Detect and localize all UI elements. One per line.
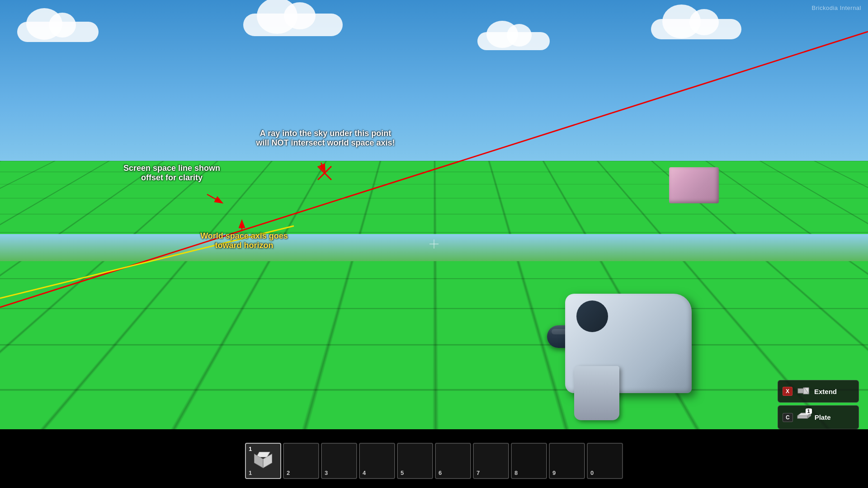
- gun-handle: [574, 366, 619, 420]
- hotbar-slot-1[interactable]: 1 1: [245, 443, 281, 479]
- slot-7-number: 7: [476, 469, 480, 476]
- cloud-4: [651, 19, 741, 39]
- extend-icon: [796, 384, 811, 399]
- hotbar-slot-0[interactable]: 0: [587, 443, 623, 479]
- extend-label: Extend: [814, 388, 837, 395]
- crosshair: [429, 239, 439, 249]
- hotbar-slot-6[interactable]: 6: [435, 443, 471, 479]
- cloud-2: [243, 14, 343, 36]
- slot-1-number: 1: [249, 469, 252, 476]
- corner-ui-panel: X Extend C 1 Plate: [778, 380, 859, 429]
- slot-1-count: 1: [249, 446, 252, 452]
- extend-key-badge: X: [783, 387, 793, 396]
- slot-4-number: 4: [363, 469, 366, 476]
- slot-6-number: 6: [439, 469, 442, 476]
- slot-9-number: 9: [552, 469, 556, 476]
- ground-grid: [0, 161, 868, 429]
- hotbar-slot-4[interactable]: 4: [359, 443, 395, 479]
- block-preview: [669, 167, 719, 203]
- ground: [0, 161, 868, 429]
- hotbar: 1 1 2 3 4 5 6 7 8: [245, 443, 623, 479]
- hotbar-slot-2[interactable]: 2: [283, 443, 319, 479]
- hotbar-slot-3[interactable]: 3: [321, 443, 357, 479]
- slot-1-item-cube: [254, 452, 272, 470]
- extend-button[interactable]: X Extend: [778, 380, 859, 403]
- svg-rect-10: [797, 416, 807, 418]
- slot-8-number: 8: [514, 469, 518, 476]
- plate-key-badge: C: [783, 413, 793, 422]
- plate-button[interactable]: C 1 Plate: [778, 405, 859, 429]
- slot-2-number: 2: [287, 469, 290, 476]
- brand-label: Brickodia Internal: [812, 5, 861, 11]
- cloud-3: [477, 32, 550, 50]
- plate-icon-wrapper: 1: [797, 409, 811, 425]
- plate-count-badge: 1: [806, 408, 812, 414]
- slot-0-number: 0: [590, 469, 594, 476]
- plate-label: Plate: [815, 413, 831, 421]
- slot-3-number: 3: [325, 469, 328, 476]
- hotbar-slot-5[interactable]: 5: [397, 443, 433, 479]
- weapon-model: [529, 203, 732, 429]
- game-viewport: A ray into the sky under this point will…: [0, 0, 868, 488]
- hotbar-slot-7[interactable]: 7: [473, 443, 509, 479]
- cloud-1: [17, 22, 99, 42]
- hotbar-slot-8[interactable]: 8: [511, 443, 547, 479]
- slot-5-number: 5: [401, 469, 404, 476]
- hotbar-slot-9[interactable]: 9: [549, 443, 585, 479]
